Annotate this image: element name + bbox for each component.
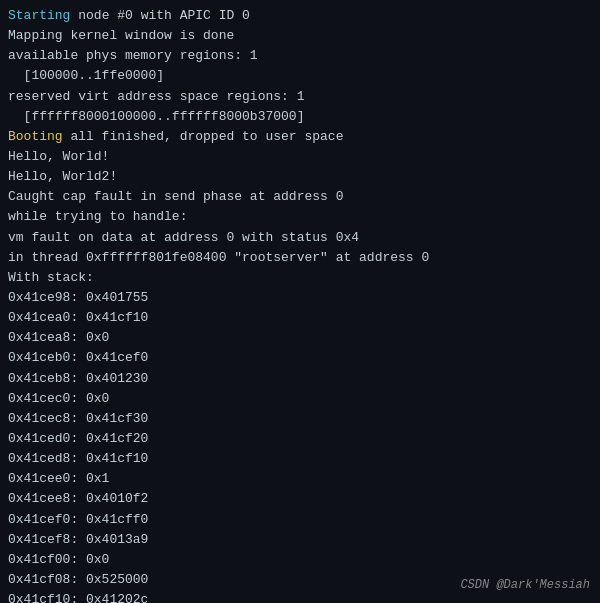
- terminal-line: 0x41cee0: 0x1: [8, 469, 592, 489]
- terminal-line: Starting node #0 with APIC ID 0: [8, 6, 592, 26]
- terminal-line: [100000..1ffe0000]: [8, 66, 592, 86]
- terminal-line: in thread 0xffffff801fe08400 "rootserver…: [8, 248, 592, 268]
- terminal-line: reserved virt address space regions: 1: [8, 87, 592, 107]
- terminal-line: Caught cap fault in send phase at addres…: [8, 187, 592, 207]
- watermark: CSDN @Dark'Messiah: [460, 576, 590, 595]
- terminal-line: 0x41ced0: 0x41cf20: [8, 429, 592, 449]
- terminal-line: while trying to handle:: [8, 207, 592, 227]
- terminal-line: 0x41cec0: 0x0: [8, 389, 592, 409]
- keyword-starting: Starting: [8, 8, 70, 23]
- terminal-line: 0x41cef8: 0x4013a9: [8, 530, 592, 550]
- terminal-line: 0x41ced8: 0x41cf10: [8, 449, 592, 469]
- terminal-line: Hello, World!: [8, 147, 592, 167]
- terminal-line: available phys memory regions: 1: [8, 46, 592, 66]
- terminal-line: 0x41ceb0: 0x41cef0: [8, 348, 592, 368]
- terminal-line: Booting all finished, dropped to user sp…: [8, 127, 592, 147]
- terminal-line: [ffffff8000100000..ffffff8000b37000]: [8, 107, 592, 127]
- terminal-line: 0x41cec8: 0x41cf30: [8, 409, 592, 429]
- terminal-line: Mapping kernel window is done: [8, 26, 592, 46]
- terminal-line: 0x41ce98: 0x401755: [8, 288, 592, 308]
- keyword-booting: Booting: [8, 129, 63, 144]
- terminal-line: Hello, World2!: [8, 167, 592, 187]
- terminal-line: vm fault on data at address 0 with statu…: [8, 228, 592, 248]
- terminal-line: 0x41cee8: 0x4010f2: [8, 489, 592, 509]
- terminal-line: 0x41cea8: 0x0: [8, 328, 592, 348]
- terminal-line: 0x41cef0: 0x41cff0: [8, 510, 592, 530]
- terminal-line: 0x41ceb8: 0x401230: [8, 369, 592, 389]
- terminal-line: 0x41cf00: 0x0: [8, 550, 592, 570]
- terminal-line: With stack:: [8, 268, 592, 288]
- terminal-line: 0x41cea0: 0x41cf10: [8, 308, 592, 328]
- terminal-output: Starting node #0 with APIC ID 0Mapping k…: [8, 6, 592, 603]
- terminal-window: Starting node #0 with APIC ID 0Mapping k…: [0, 0, 600, 603]
